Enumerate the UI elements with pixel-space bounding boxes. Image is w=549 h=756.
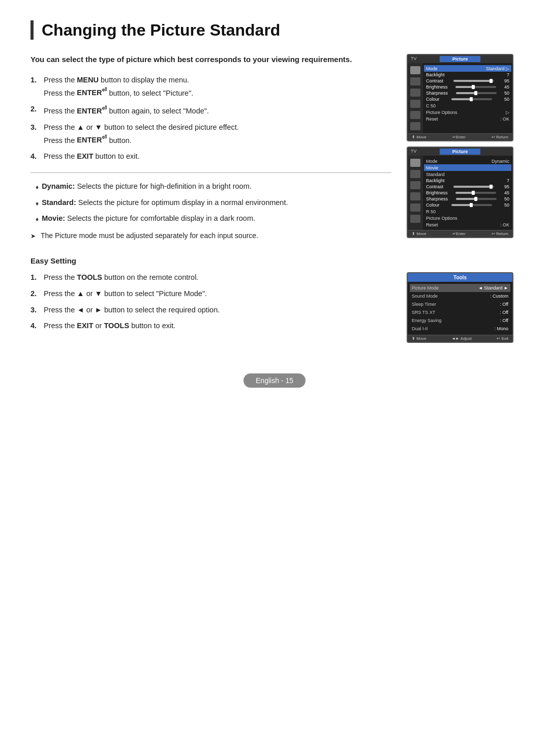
tv-icon-1c: [410, 89, 420, 97]
tools-label-dual-ii: Dual I-II: [412, 326, 428, 331]
easy-step-1-text: Press the TOOLS button on the remote con…: [44, 272, 198, 283]
tv-sharpness-val-2: 50: [504, 196, 509, 201]
bullet-movie: ♦ Movie: Selects the picture for comfort…: [30, 213, 391, 224]
tv-colour-val-1: 50: [504, 97, 509, 102]
main-content: You can select the type of picture which…: [30, 54, 518, 241]
tv-sharpness-row-1: Sharpness 50: [426, 90, 509, 96]
tv-footer-return-1: ↩ Return: [492, 135, 508, 139]
step-2-num: 2.: [30, 104, 40, 117]
tv-brightness-slider-2: [455, 192, 496, 194]
diamond-icon-1: ♦: [36, 183, 39, 192]
step-1-num: 1.: [30, 75, 40, 99]
easy-step-4-text: Press the EXIT or TOOLS button to exit.: [44, 321, 175, 332]
right-column: TV Picture Mode Standard ▷: [407, 54, 518, 241]
tv-contrast-val-1: 95: [504, 78, 509, 83]
step-1: 1. Press the MENU button to display the …: [30, 75, 391, 99]
tv-icon-2a: [410, 159, 420, 167]
tv-footer-enter-2: ↵Enter: [452, 231, 466, 236]
footer-page-label: English - 15: [243, 373, 306, 388]
tv-brightness-val-2: 45: [504, 190, 509, 195]
tools-value-sleep-timer: : Off: [500, 302, 508, 307]
tv-dynamic-row-2: Mode Dynamic: [426, 158, 509, 164]
divider-1: [30, 172, 391, 173]
bullet-list: ♦ Dynamic: Selects the picture for high-…: [30, 181, 391, 224]
tv-footer-return-2: ↩ Return: [492, 231, 508, 236]
tv-backlight-label-2: Backlight: [426, 178, 445, 183]
tv-icon-1e: [410, 111, 420, 119]
easy-step-2-text: Press the ▲ or ▼ button to select "Pictu…: [44, 288, 207, 300]
tv-title-1: Picture: [440, 56, 481, 62]
tv-sharpness-label-1: Sharpness: [426, 91, 448, 96]
bullet-standard: ♦ Standard: Selects the picture for opti…: [30, 197, 391, 209]
diamond-icon-3: ♦: [36, 215, 39, 224]
tools-row-energy-saving: Energy Saving : Off: [412, 316, 508, 325]
tools-footer-adjust: ◄► Adjust: [451, 336, 472, 341]
step-4-text: Press the EXIT button to exit.: [44, 151, 140, 162]
tv-footer-move-1: ⬆ Move: [412, 135, 426, 139]
tv-reset-label-2: Reset: [426, 222, 438, 227]
tv-icon-1f: [410, 122, 420, 130]
tv-colour-slider-1: [451, 98, 492, 100]
tv-backlight-row-2: Backlight 7: [426, 178, 509, 184]
tools-row-dual-ii: Dual I-II : Mono: [412, 325, 508, 333]
tools-header: Tools: [408, 273, 512, 282]
tv-sidebar-2: [408, 156, 423, 230]
tv-movie-label-2: Movie: [426, 165, 438, 170]
tv-mode-label-1: Mode: [426, 66, 438, 71]
bullet-standard-text: Standard: Selects the picture for optimu…: [42, 197, 288, 209]
tv-label-1: TV: [411, 56, 440, 62]
tv-brightness-row-1: Brightness 45: [426, 84, 509, 90]
tools-value-dual-ii: : Mono: [494, 326, 508, 331]
tools-label-sleep-timer: Sleep Timer: [412, 302, 436, 307]
tv-footer-1: ⬆ Move ↵Enter ↩ Return: [408, 133, 512, 140]
tv-screen-1: TV Picture Mode Standard ▷: [407, 54, 513, 141]
tv-icon-2c: [410, 181, 420, 189]
tools-value-sound-mode: : Custom: [490, 294, 508, 299]
easy-step-2-num: 2.: [30, 288, 40, 300]
tv-brightness-label-2: Brightness: [426, 190, 448, 195]
tools-screen: Tools Picture Mode ◄ Standard ► Sound Mo…: [407, 272, 513, 343]
tools-label-energy-saving: Energy Saving: [412, 318, 442, 323]
tv-colour-slider-2: [451, 204, 492, 206]
tools-label-sound-mode: Sound Mode: [412, 294, 438, 299]
tv-picopt-label-2: Picture Options: [426, 216, 458, 221]
tv-footer-enter-1: ↵Enter: [452, 135, 466, 139]
tools-value-srs-ts-xt: : Off: [500, 310, 508, 315]
tv-dynamic-value-2: Dynamic: [492, 159, 509, 164]
tools-row-srs-ts-xt: SRS TS XT : Off: [412, 308, 508, 316]
easy-steps-list: 1. Press the TOOLS button on the remote …: [30, 272, 391, 332]
tools-value-picture-mode: ◄ Standard ►: [478, 285, 508, 290]
step-3-num: 3.: [30, 122, 40, 146]
tv-contrast-val-2: 95: [504, 184, 509, 189]
intro-text: You can select the type of picture which…: [30, 54, 391, 66]
easy-step-3-text: Press the ◄ or ► button to select the re…: [44, 305, 220, 316]
bullet-dynamic: ♦ Dynamic: Selects the picture for high-…: [30, 181, 391, 192]
tools-menu-container: Tools Picture Mode ◄ Standard ► Sound Mo…: [407, 272, 518, 343]
tv-backlight-row-1: Backlight 7: [426, 72, 509, 78]
tv-icon-1d: [410, 100, 420, 108]
tv-sharpness-row-2: Sharpness 50: [426, 196, 509, 202]
tv-sharpness-val-1: 50: [504, 91, 509, 96]
tv-backlight-value-1: 7: [507, 72, 509, 77]
tv-backlight-label-1: Backlight: [426, 72, 445, 77]
tv-reset-label-1: Reset: [426, 117, 438, 122]
tv-brightness-row-2: Brightness 45: [426, 190, 509, 196]
tv-sidebar-1: [408, 63, 423, 133]
tv-body-1: Mode Standard ▷ Backlight 7 Contrast 95: [408, 63, 512, 133]
step-2: 2. Press the ENTER⏎ button again, to sel…: [30, 104, 391, 117]
tv-mode-row-1: Mode Standard ▷: [424, 65, 511, 72]
tv-icon-2b: [410, 170, 420, 178]
page-title: Changing the Picture Standard: [42, 20, 518, 40]
tv-colour-val-2: 50: [504, 202, 509, 208]
tv-menu-1: Mode Standard ▷ Backlight 7 Contrast 95: [423, 63, 512, 133]
tools-row-picture-mode: Picture Mode ◄ Standard ►: [410, 284, 510, 292]
tv-picopt-arrow-1: ▷: [506, 110, 509, 115]
tv-header-2: TV Picture: [408, 148, 512, 156]
tools-footer-move: ⬆ Move: [412, 336, 426, 341]
diamond-icon-2: ♦: [36, 199, 39, 209]
tools-row-sound-mode: Sound Mode : Custom: [412, 292, 508, 300]
tv-c50-label-1: C 50: [426, 103, 436, 108]
easy-step-3: 3. Press the ◄ or ► button to select the…: [30, 305, 391, 316]
tv-r50-label-2: R 50: [426, 209, 436, 214]
tv-icon-1b: [410, 77, 420, 85]
